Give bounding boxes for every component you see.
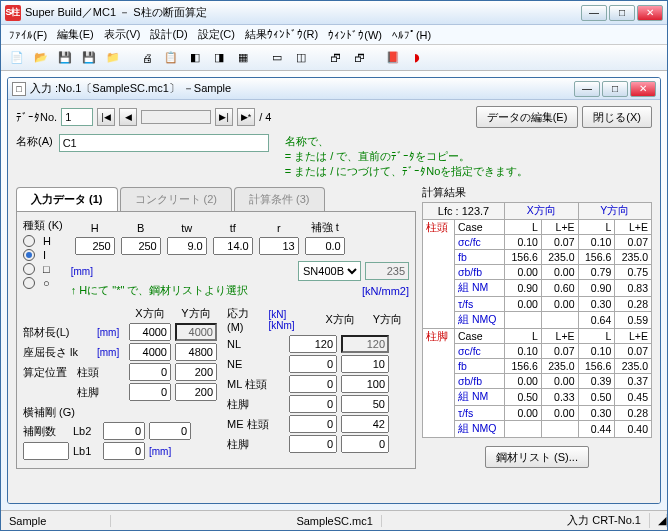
- size-t[interactable]: [305, 237, 345, 255]
- memlen-label: 部材長(L): [23, 325, 93, 340]
- radio-i[interactable]: [23, 249, 35, 261]
- size-r[interactable]: [259, 237, 299, 255]
- radio-h[interactable]: [23, 235, 35, 247]
- nav-next[interactable]: ▶|: [215, 108, 233, 126]
- tb-exit[interactable]: ◗: [407, 48, 427, 68]
- steel-num: [365, 262, 409, 280]
- minimize-button[interactable]: —: [581, 5, 607, 21]
- memlen-x[interactable]: [129, 323, 171, 341]
- zakutsu-label: 座屈長さ lk: [23, 345, 93, 360]
- stress-NL-y: [341, 335, 389, 353]
- tb-open[interactable]: 📂: [31, 48, 51, 68]
- hogo-n1[interactable]: [103, 442, 145, 460]
- close-button[interactable]: ✕: [637, 5, 663, 21]
- stress-柱脚-y[interactable]: [341, 395, 389, 413]
- name-input[interactable]: [59, 134, 269, 152]
- menu-edit[interactable]: 編集(E): [57, 27, 94, 42]
- tb-new[interactable]: 📄: [7, 48, 27, 68]
- child-maximize[interactable]: □: [602, 81, 628, 97]
- menu-help[interactable]: ﾍﾙﾌﾟ(H): [392, 29, 431, 41]
- child-close[interactable]: ✕: [630, 81, 656, 97]
- stress-ML 柱頭-y[interactable]: [341, 375, 389, 393]
- hogo-n2[interactable]: [103, 422, 145, 440]
- zakutsu-x[interactable]: [129, 343, 171, 361]
- hint-1: 名称で、: [285, 134, 529, 149]
- maximize-button[interactable]: □: [609, 5, 635, 21]
- hint-3: = または / につづけて、ﾃﾞｰﾀNoを指定できます。: [285, 164, 529, 179]
- tab-calc[interactable]: 計算条件 (3): [234, 187, 325, 211]
- santei-bot-x[interactable]: [129, 383, 171, 401]
- tb-d[interactable]: ▭: [267, 48, 287, 68]
- status-3: 入力 CRT-No.1: [559, 513, 650, 528]
- tb-folder[interactable]: 📁: [103, 48, 123, 68]
- nav-first[interactable]: |◀: [97, 108, 115, 126]
- menu-results[interactable]: 結果ｳｨﾝﾄﾞｳ(R): [245, 27, 318, 42]
- tb-save[interactable]: 💾: [55, 48, 75, 68]
- tb-c[interactable]: ▦: [233, 48, 253, 68]
- main-window: S柱 Super Build／MC1 － S柱の断面算定 — □ ✕ ﾌｧｲﾙ(…: [0, 0, 668, 531]
- nav-slider[interactable]: [141, 110, 211, 124]
- tb-print[interactable]: 🖨: [137, 48, 157, 68]
- stress-ME 柱頭-y[interactable]: [341, 415, 389, 433]
- data-no-input[interactable]: [61, 108, 93, 126]
- tb-saveas[interactable]: 💾: [79, 48, 99, 68]
- tb-copy[interactable]: 📋: [161, 48, 181, 68]
- menu-design[interactable]: 設計(D): [150, 27, 187, 42]
- hogo-l2[interactable]: [149, 422, 191, 440]
- results-table: Lfc : 123.7 X方向 Y方向 柱頭CaseLL+ELL+Eσc/fc0…: [422, 202, 652, 438]
- kind-label: 種類 (K): [23, 218, 63, 233]
- radio-circle[interactable]: [23, 277, 35, 289]
- menu-window[interactable]: ｳｨﾝﾄﾞｳ(W): [328, 29, 382, 41]
- titlebar[interactable]: S柱 Super Build／MC1 － S柱の断面算定 — □ ✕: [1, 1, 667, 25]
- steel-unit: [kN/mm2]: [362, 285, 409, 297]
- steel-list-button[interactable]: 鋼材リスト (S)...: [485, 446, 589, 468]
- child-titlebar[interactable]: □ 入力 :No.1〔SampleSC.mc1〕 －Sample — □ ✕: [8, 78, 660, 100]
- close-child-button[interactable]: 閉じる(X): [582, 106, 652, 128]
- edit-data-button[interactable]: データの編集(E): [476, 106, 579, 128]
- santei-top-x[interactable]: [129, 363, 171, 381]
- stress-label: 応力 (M): [227, 306, 264, 333]
- santei-top-y[interactable]: [175, 363, 217, 381]
- size-tf[interactable]: [213, 237, 253, 255]
- stress-ML 柱頭-x[interactable]: [289, 375, 337, 393]
- stress-柱脚-y[interactable]: [341, 435, 389, 453]
- size-b[interactable]: [121, 237, 161, 255]
- statusbar: Sample SampleSC.mc1 入力 CRT-No.1 ◢: [1, 510, 667, 530]
- tb-a[interactable]: ◧: [185, 48, 205, 68]
- tab-input[interactable]: 入力データ (1): [16, 187, 118, 211]
- tb-e[interactable]: ◫: [291, 48, 311, 68]
- size-tw[interactable]: [167, 237, 207, 255]
- data-total: / 4: [259, 111, 271, 123]
- menu-view[interactable]: 表示(V): [104, 27, 141, 42]
- steel-select[interactable]: SN400B: [298, 261, 361, 281]
- stress-NE-y[interactable]: [341, 355, 389, 373]
- child-minimize[interactable]: —: [574, 81, 600, 97]
- menu-settings[interactable]: 設定(C): [198, 27, 235, 42]
- nav-prev[interactable]: ◀: [119, 108, 137, 126]
- child-icon: □: [12, 82, 26, 96]
- stress-柱脚-x[interactable]: [289, 435, 337, 453]
- tb-b[interactable]: ◨: [209, 48, 229, 68]
- tb-g[interactable]: 🗗: [349, 48, 369, 68]
- toolbar: 📄 📂 💾 💾 📁 🖨 📋 ◧ ◨ ▦ ▭ ◫ 🗗 🗗 📕 ◗: [1, 45, 667, 71]
- tab-body: 種類 (K) H I □ ○ H B tw tf: [16, 212, 416, 469]
- menu-file[interactable]: ﾌｧｲﾙ(F): [9, 29, 47, 41]
- radio-box[interactable]: [23, 263, 35, 275]
- tabs: 入力データ (1) コンクリート (2) 計算条件 (3): [16, 187, 416, 212]
- yokohogo-label: 横補剛 (G): [23, 405, 217, 420]
- tab-concrete[interactable]: コンクリート (2): [120, 187, 233, 211]
- results-title: 計算結果: [422, 185, 652, 200]
- stress-NE-x[interactable]: [289, 355, 337, 373]
- hogo-count[interactable]: [23, 442, 69, 460]
- zakutsu-y[interactable]: [175, 343, 217, 361]
- stress-柱脚-x[interactable]: [289, 395, 337, 413]
- stress-ME 柱頭-x[interactable]: [289, 415, 337, 433]
- stress-NL-x[interactable]: [289, 335, 337, 353]
- nav-last[interactable]: ▶*: [237, 108, 255, 126]
- size-h[interactable]: [75, 237, 115, 255]
- tb-help[interactable]: 📕: [383, 48, 403, 68]
- tb-f[interactable]: 🗗: [325, 48, 345, 68]
- status-2: SampleSC.mc1: [288, 515, 381, 527]
- santei-bot-y[interactable]: [175, 383, 217, 401]
- santei-label: 算定位置: [23, 365, 73, 380]
